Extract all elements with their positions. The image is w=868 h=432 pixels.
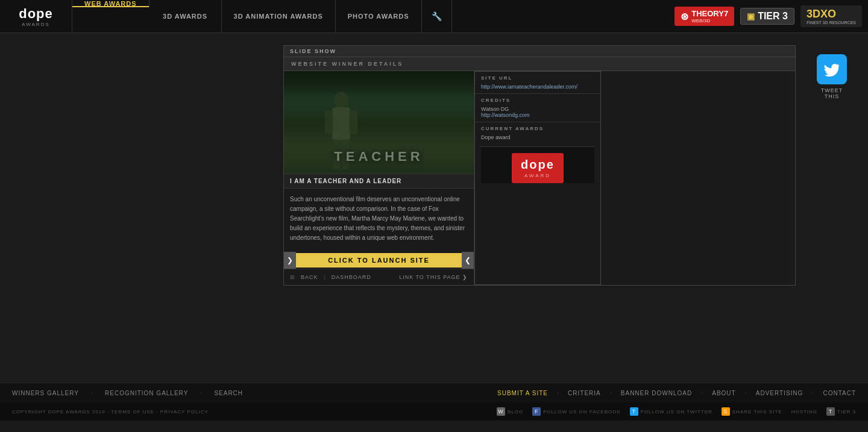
- search-icon: 🔧: [432, 11, 442, 21]
- film-trees: [284, 71, 474, 119]
- svg-rect-2: [325, 110, 333, 134]
- logo-area[interactable]: dope awards: [0, 0, 72, 33]
- tweet-button[interactable]: [817, 54, 847, 84]
- winner-panel-header: WEBSITE WINNER DETAILS: [284, 57, 795, 71]
- dope-award-logo: dope: [521, 158, 555, 172]
- footer-advertising[interactable]: ADVERTISING: [756, 390, 804, 396]
- award-badge-area: dope AWARD: [481, 146, 594, 183]
- nav-tab-3d[interactable]: 3D Awards: [149, 0, 222, 33]
- footer-copyright: COPYRIGHT DOPE AWARDS 2010 · TERMS OF US…: [0, 402, 868, 421]
- winner-nav: ⊞ BACK | DASHBOARD LINK TO THIS PAGE ❯: [284, 269, 474, 285]
- dope-award-text: AWARD: [524, 173, 551, 178]
- nav-tab-3danim[interactable]: 3D Animation Awards: [222, 0, 336, 33]
- launch-arrow-right[interactable]: ❮: [462, 252, 474, 269]
- site-url-value[interactable]: http://www.iamateacherandaleader.com/: [481, 84, 594, 90]
- winner-title-bar: I AM A TEACHER AND A LEADER: [284, 174, 474, 189]
- footer-banner-download[interactable]: BANNER DOWNLOAD: [621, 390, 692, 396]
- tier3-logo-icon: ▣: [747, 11, 755, 21]
- winner-image-section: TEACHER I AM A TEACHER AND A LEADER Such…: [284, 71, 474, 285]
- social-tier3[interactable]: T TIER 3: [826, 407, 856, 416]
- social-facebook[interactable]: f FOLLOW US ON FACEBOOK: [532, 407, 621, 416]
- footer-recognition-gallery[interactable]: RECOGNITION GALLERY: [105, 390, 188, 396]
- launch-site-button[interactable]: CLICK TO LAUNCH SITE: [296, 253, 462, 268]
- sponsor-theory[interactable]: ⊛ THEORY7 WEB/3D: [675, 7, 734, 26]
- dope-award-badge: dope AWARD: [512, 153, 564, 183]
- blog-label: BLOG: [508, 409, 523, 415]
- link-to-page[interactable]: LINK TO THIS PAGE ❯: [399, 274, 468, 280]
- svg-point-0: [334, 92, 348, 108]
- center-content: SLIDE SHOW WEBSITE WINNER DETAILS: [283, 45, 796, 371]
- left-spacer: [12, 45, 271, 371]
- social-share[interactable]: s SHARE THIS SITE: [722, 407, 782, 416]
- film-overlay-text: TEACHER: [334, 149, 423, 164]
- winner-panel: WEBSITE WINNER DETAILS: [283, 57, 796, 286]
- back-link[interactable]: BACK: [301, 274, 318, 280]
- logo-sub: awards: [19, 22, 53, 27]
- site-url-label: SITE URL: [481, 75, 594, 81]
- social-blog[interactable]: W BLOG: [497, 407, 523, 416]
- facebook-icon: f: [532, 407, 541, 416]
- 3dxo-label: 3DXO: [807, 8, 856, 20]
- sponsor-3dxo[interactable]: 3DXO FINEST 3D RESOURCES: [800, 5, 862, 27]
- twitter-bird-icon: [823, 61, 840, 78]
- credits-section: CREDITS Watson DG http://watsondg.com: [475, 94, 600, 122]
- nav-tab-3danim-label: 3D Animation Awards: [234, 13, 323, 20]
- hosting-label: HOSTING: [791, 409, 817, 415]
- footer-about[interactable]: ABOUT: [712, 390, 735, 396]
- theory-sub: WEB/3D: [691, 18, 728, 23]
- launch-bar: ❯ CLICK TO LAUNCH SITE ❮: [284, 252, 474, 269]
- share-icon: s: [722, 407, 730, 416]
- footer-submit-site[interactable]: SUBMIT A SITE: [497, 390, 548, 396]
- svg-rect-1: [332, 107, 350, 140]
- logo-text: dope: [19, 6, 53, 22]
- search-tab[interactable]: 🔧: [422, 0, 452, 33]
- current-awards-label: CURRENT AWARDS: [481, 126, 594, 131]
- winner-description: Such an unconventional film deserves an …: [284, 189, 474, 249]
- footer-winners-gallery[interactable]: WINNERS GALLERY: [12, 390, 79, 396]
- theory-label: THEORY7: [691, 9, 728, 18]
- credit-url[interactable]: http://watsondg.com: [481, 112, 594, 118]
- svg-rect-3: [349, 110, 357, 134]
- share-label: SHARE THIS SITE: [732, 409, 782, 415]
- right-detail-panel: SITE URL http://www.iamateacherandaleade…: [474, 71, 601, 285]
- winner-title-text: I AM A TEACHER AND A LEADER: [290, 178, 468, 184]
- nav-tab-web-arrow: ▲: [108, 1, 113, 6]
- footer-links: WINNERS GALLERY · RECOGNITION GALLERY · …: [0, 383, 868, 402]
- winner-body: TEACHER I AM A TEACHER AND A LEADER Such…: [284, 71, 795, 285]
- twitter-footer-icon: t: [630, 407, 638, 416]
- tier3-footer-icon: T: [826, 407, 835, 416]
- credit-name: Watson DG: [481, 106, 594, 112]
- blog-icon: W: [497, 407, 505, 416]
- header: dope awards Web Awards ▲ 3D Awards 3D An…: [0, 0, 868, 33]
- site-url-section: SITE URL http://www.iamateacherandaleade…: [475, 72, 600, 94]
- winner-image: TEACHER: [284, 71, 474, 174]
- footer-right-links: SUBMIT A SITE · CRITERIA · BANNER DOWNLO…: [497, 389, 856, 396]
- nav-tabs: Web Awards ▲ 3D Awards 3D Animation Awar…: [72, 0, 668, 33]
- main-area: SLIDE SHOW WEBSITE WINNER DETAILS: [0, 33, 868, 383]
- slideshow-tab[interactable]: SLIDE SHOW: [283, 45, 796, 57]
- facebook-label: FOLLOW US ON FACEBOOK: [543, 409, 621, 415]
- awards-section: CURRENT AWARDS Dope award dope AWARD: [475, 122, 600, 284]
- copyright-social: W BLOG f FOLLOW US ON FACEBOOK t FOLLOW …: [497, 407, 856, 416]
- nav-tab-photo[interactable]: Photo Awards: [336, 0, 422, 33]
- footer-contact[interactable]: CONTACT: [823, 390, 856, 396]
- launch-arrow-left[interactable]: ❯: [284, 252, 296, 269]
- dashboard-link[interactable]: DASHBOARD: [332, 274, 371, 280]
- sponsor-tier3[interactable]: ▣ TIER 3: [740, 8, 794, 25]
- 3dxo-sub: FINEST 3D RESOURCES: [807, 20, 856, 25]
- nav-tab-photo-label: Photo Awards: [348, 13, 409, 20]
- social-twitter[interactable]: t FOLLOW US ON TWITTER: [630, 407, 712, 416]
- tweet-label: TWEETTHIS: [821, 87, 843, 99]
- award-name: Dope award: [481, 134, 594, 140]
- theory-icon: ⊛: [681, 11, 688, 22]
- back-grid-icon: ⊞: [290, 274, 295, 280]
- credits-label: CREDITS: [481, 98, 594, 103]
- footer-criteria[interactable]: CRITERIA: [568, 390, 601, 396]
- nav-tab-3d-label: 3D Awards: [163, 13, 207, 20]
- film-scene: TEACHER: [284, 71, 474, 174]
- nav-tab-web[interactable]: Web Awards ▲: [72, 0, 149, 7]
- twitter-panel: TWEETTHIS: [808, 45, 856, 371]
- footer-search[interactable]: SEARCH: [214, 390, 243, 396]
- copyright-text: COPYRIGHT DOPE AWARDS 2010 · TERMS OF US…: [12, 409, 209, 415]
- twitter-label: FOLLOW US ON TWITTER: [641, 409, 712, 415]
